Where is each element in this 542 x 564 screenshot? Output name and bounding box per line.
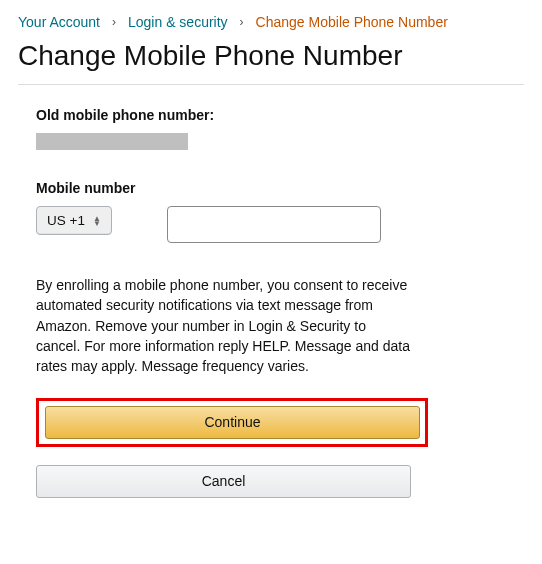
old-number-redacted: [36, 133, 188, 150]
continue-button[interactable]: Continue: [45, 406, 420, 439]
cancel-button[interactable]: Cancel: [36, 465, 411, 498]
old-number-label: Old mobile phone number:: [36, 107, 506, 123]
disclaimer-text: By enrolling a mobile phone number, you …: [36, 275, 411, 376]
breadcrumb-login-security[interactable]: Login & security: [128, 14, 228, 30]
breadcrumb: Your Account › Login & security › Change…: [18, 14, 524, 30]
country-code-value: US +1: [47, 213, 85, 228]
country-code-select[interactable]: US +1 ▲▼: [36, 206, 112, 235]
breadcrumb-your-account[interactable]: Your Account: [18, 14, 100, 30]
mobile-number-label: Mobile number: [36, 180, 506, 196]
form-area: Old mobile phone number: Mobile number U…: [18, 85, 524, 498]
continue-highlight: Continue: [36, 398, 428, 447]
sort-icon: ▲▼: [93, 216, 101, 226]
phone-number-input[interactable]: [167, 206, 381, 243]
chevron-right-icon: ›: [112, 15, 116, 29]
page-title: Change Mobile Phone Number: [18, 40, 524, 85]
chevron-right-icon: ›: [240, 15, 244, 29]
breadcrumb-current: Change Mobile Phone Number: [256, 14, 448, 30]
